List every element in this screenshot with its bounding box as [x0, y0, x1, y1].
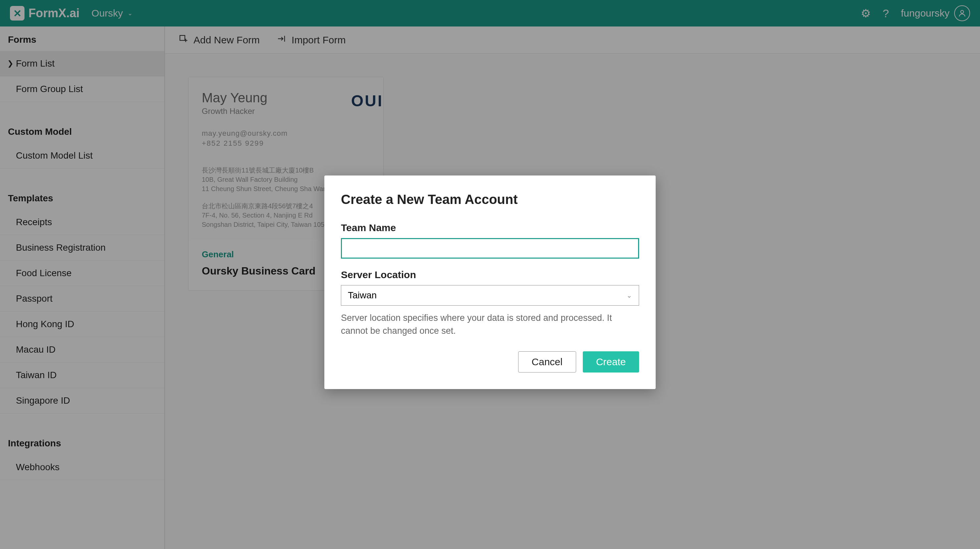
server-location-label: Server Location: [341, 269, 639, 281]
modal-title: Create a New Team Account: [341, 192, 639, 207]
modal-overlay[interactable]: Create a New Team Account Team Name Serv…: [0, 0, 980, 549]
team-name-label: Team Name: [341, 222, 639, 233]
server-location-select[interactable]: Taiwan ⌄: [341, 285, 639, 306]
server-location-value: Taiwan: [348, 290, 377, 301]
modal-actions: Cancel Create: [341, 351, 639, 373]
server-location-help: Server location specifies where your dat…: [341, 312, 639, 337]
create-button[interactable]: Create: [583, 351, 639, 373]
chevron-down-icon: ⌄: [627, 291, 632, 299]
cancel-button[interactable]: Cancel: [518, 351, 576, 373]
create-team-modal: Create a New Team Account Team Name Serv…: [325, 176, 655, 389]
team-name-input[interactable]: [341, 238, 639, 259]
